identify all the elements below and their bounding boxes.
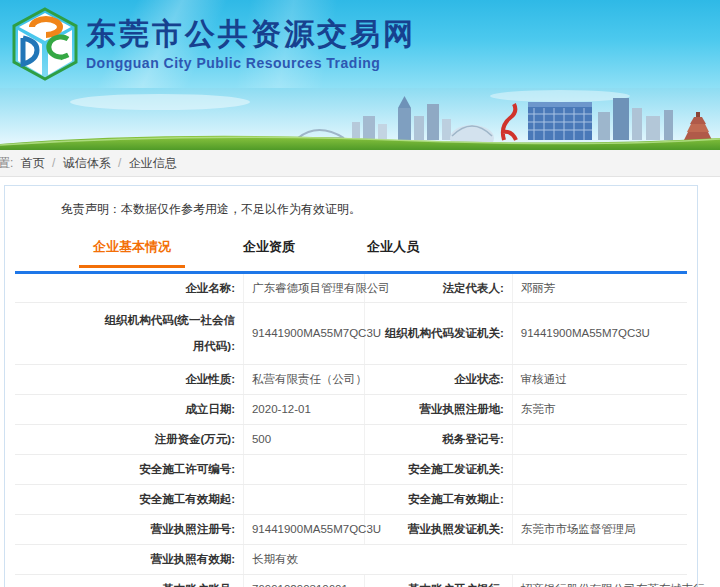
company-info-panel: 免责声明：本数据仅作参考用途，不足以作为有效证明。 企业基本情况 企业资质 企业…: [4, 185, 698, 587]
field-label: 组织机构代码(统一社会信用代码):: [15, 303, 243, 365]
table-row: 注册资金(万元):500税务登记号:: [15, 424, 687, 454]
field-value: 东莞市市场监督管理局: [512, 514, 687, 544]
field-label: 安全施工有效期起:: [15, 484, 243, 514]
site-header: 东莞市公共资源交易网 Dongguan City Public Resource…: [0, 0, 720, 88]
table-row: 基本账户账号:769910290310601基本账户开户银行:招商银行股份有限公…: [15, 574, 687, 587]
field-label: 营业执照注册地:: [364, 394, 512, 424]
tab-company-basic-info[interactable]: 企业基本情况: [79, 238, 185, 268]
breadcrumb-link-credit-system[interactable]: 诚信体系: [63, 156, 111, 170]
field-value: 769910290310601: [243, 574, 364, 587]
field-label: 组织机构代码发证机关:: [364, 303, 512, 365]
field-label: 企业名称:: [15, 273, 243, 303]
table-row: 营业执照有效期:长期有效: [15, 544, 687, 574]
breadcrumb: 置: 首页 / 诚信体系 / 企业信息: [0, 150, 720, 177]
field-label: 税务登记号:: [364, 424, 512, 454]
table-row: 企业名称:广东睿德项目管理有限公司法定代表人:邓丽芳: [15, 273, 687, 303]
disclaimer-text: 免责声明：本数据仅作参考用途，不足以作为有效证明。: [5, 186, 697, 218]
tab-company-qualifications[interactable]: 企业资质: [229, 238, 309, 268]
field-label: 安全施工有效期止:: [364, 484, 512, 514]
field-label: 基本账户开户银行:: [364, 574, 512, 587]
table-row: 企业性质:私营有限责任（公司）企业状态:审核通过: [15, 364, 687, 394]
site-title-cn: 东莞市公共资源交易网: [86, 17, 416, 52]
table-row: 安全施工许可编号:安全施工发证机关:: [15, 454, 687, 484]
field-value: [512, 454, 687, 484]
table-row: 组织机构代码(统一社会信用代码):91441900MA55M7QC3U组织机构代…: [15, 303, 687, 365]
site-logo[interactable]: [10, 5, 80, 85]
table-row: 营业执照注册号:91441900MA55M7QC3U营业执照发证机关:东莞市市场…: [15, 514, 687, 544]
field-value: [243, 454, 364, 484]
breadcrumb-link-home[interactable]: 首页: [21, 156, 45, 170]
field-value: 91441900MA55M7QC3U: [512, 303, 687, 365]
field-value: 91441900MA55M7QC3U: [243, 514, 364, 544]
field-label: 安全施工许可编号:: [15, 454, 243, 484]
field-value: 广东睿德项目管理有限公司: [243, 273, 364, 303]
field-value: [512, 484, 687, 514]
tab-company-personnel[interactable]: 企业人员: [353, 238, 433, 268]
table-row: 安全施工有效期起:安全施工有效期止:: [15, 484, 687, 514]
field-value: 500: [243, 424, 364, 454]
city-skyline-banner: [0, 88, 720, 150]
field-value: [243, 484, 364, 514]
field-value: [512, 424, 687, 454]
field-label: 企业状态:: [364, 364, 512, 394]
dg-cube-logo-icon: [10, 5, 80, 81]
field-value: 招商银行股份有限公司东莞东城支行: [512, 574, 687, 587]
tab-bar: 企业基本情况 企业资质 企业人员: [79, 238, 697, 268]
field-value: 私营有限责任（公司）: [243, 364, 364, 394]
field-value: 审核通过: [512, 364, 687, 394]
breadcrumb-separator: /: [118, 156, 121, 170]
breadcrumb-link-company-info[interactable]: 企业信息: [129, 156, 177, 170]
field-label: 营业执照发证机关:: [364, 514, 512, 544]
breadcrumb-separator: /: [52, 156, 55, 170]
company-info-table: 企业名称:广东睿德项目管理有限公司法定代表人:邓丽芳组织机构代码(统一社会信用代…: [15, 271, 687, 587]
site-title-en: Dongguan City Public Resources Trading: [86, 55, 416, 71]
field-label: 营业执照注册号:: [15, 514, 243, 544]
field-label: 注册资金(万元):: [15, 424, 243, 454]
company-info-table-body: 企业名称:广东睿德项目管理有限公司法定代表人:邓丽芳组织机构代码(统一社会信用代…: [15, 273, 687, 587]
field-value: 长期有效: [243, 544, 687, 574]
table-row: 成立日期:2020-12-01营业执照注册地:东莞市: [15, 394, 687, 424]
field-label: 企业性质:: [15, 364, 243, 394]
field-value: 东莞市: [512, 394, 687, 424]
field-value: 91441900MA55M7QC3U: [243, 303, 364, 365]
field-label: 成立日期:: [15, 394, 243, 424]
breadcrumb-prefix: 置:: [0, 156, 13, 170]
field-label: 安全施工发证机关:: [364, 454, 512, 484]
field-value: 邓丽芳: [512, 273, 687, 303]
field-label: 营业执照有效期:: [15, 544, 243, 574]
field-value: 2020-12-01: [243, 394, 364, 424]
field-label: 基本账户账号:: [15, 574, 243, 587]
